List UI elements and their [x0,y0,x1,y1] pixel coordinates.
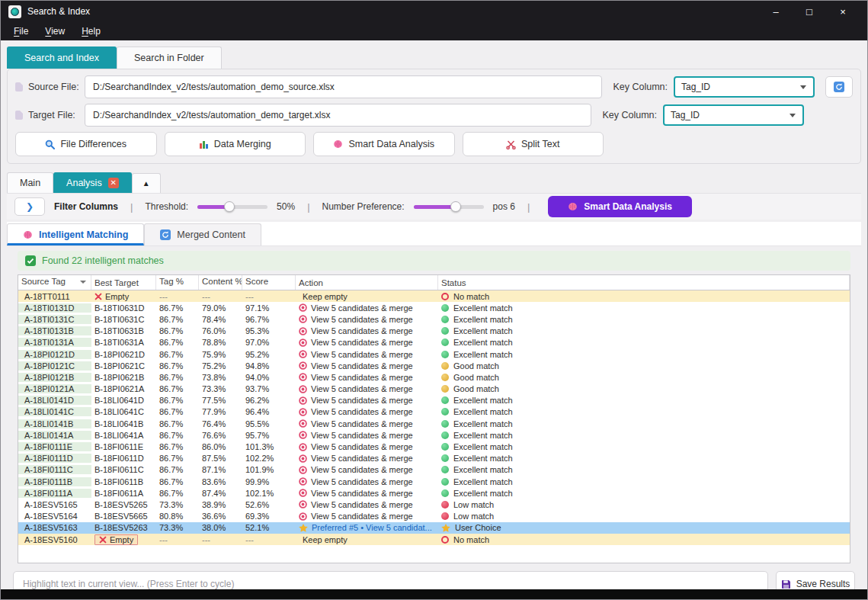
content-percent-cell: 87.1% [199,465,242,474]
tab-merged-content[interactable]: Merged Content [144,223,261,245]
number-preference-slider[interactable] [414,201,484,212]
close-button[interactable]: × [826,1,860,22]
action-cell[interactable]: View 5 candidates & merge [296,350,438,359]
maximize-button[interactable]: □ [793,1,826,22]
action-cell[interactable]: View 5 candidates & merge [296,500,438,509]
action-cell[interactable]: View 5 candidates & merge [296,361,438,371]
action-cell[interactable]: View 5 candidates & merge [296,489,438,498]
column-header-content-[interactable]: Content % [199,275,242,290]
column-header-status[interactable]: Status [438,275,850,290]
table-row[interactable]: A-18TI0131C B-18TI0631C 86.7% 78.4% 96.7… [18,313,850,325]
action-cell[interactable]: View 5 candidates & merge [296,442,438,451]
table-row[interactable]: A-18LI0141C B-18LI0641C 86.7% 77.9% 96.4… [18,406,850,418]
column-header-source-tag[interactable]: Source Tag [18,275,91,290]
action-cell[interactable]: Keep empty [296,292,438,301]
tab-search-and-index[interactable]: Search and Index [7,47,117,69]
target-icon [299,500,307,509]
number-preference-label: Number Preference: [322,201,405,212]
status-dot-icon [441,385,449,393]
action-cell[interactable]: Keep empty [296,535,438,544]
action-cell[interactable]: View 5 candidates & merge [296,326,438,335]
sort-caret-icon[interactable] [80,281,86,284]
status-cell: Excellent match [438,465,850,474]
action-cell[interactable]: View 5 candidates & merge [296,512,438,521]
action-cell[interactable]: View 5 candidates & merge [296,384,438,393]
slider-thumb[interactable] [224,201,235,212]
action-cell[interactable]: View 5 candidates & merge [296,419,438,428]
source-key-column-select[interactable]: Tag_ID [674,76,815,98]
refresh-columns-button[interactable] [825,76,853,98]
target-icon [299,443,307,451]
action-cell[interactable]: View 5 candidates & merge [296,338,438,347]
target-file-input[interactable] [85,104,591,127]
target-key-column-select[interactable]: Tag_ID [663,104,804,126]
minimize-button[interactable]: – [759,1,793,22]
table-row[interactable]: A-18TT0111 Empty --- --- --- Keep empty [18,290,850,302]
smart-data-analysis-button[interactable]: Smart Data Analysis [313,132,455,156]
tab-search-in-folder[interactable]: Search in Folder [117,47,222,69]
table-row[interactable]: A-18FI0111A B-18FI0611A 86.7% 87.4% 102.… [18,487,850,499]
table-row[interactable]: A-18LI0141B B-18LI0641B 86.7% 76.4% 95.5… [18,418,850,429]
data-merging-button[interactable]: Data Merging [165,132,306,156]
target-icon [299,419,307,428]
smart-data-analysis-button[interactable]: Smart Data Analysis [548,196,692,217]
refresh-icon [834,82,844,92]
column-header-tag-[interactable]: Tag % [156,275,199,290]
target-file-label: Target File: [28,110,85,120]
table-row[interactable]: A-18TI0131A B-18TI0631A 86.7% 78.8% 97.0… [18,337,850,348]
table-row[interactable]: A-18FI0111B B-18FI0611B 86.7% 83.6% 99.9… [18,476,850,487]
menu-help[interactable]: Help [75,24,107,38]
file-differences-button[interactable]: File Differences [15,132,157,156]
table-row[interactable]: A-18PI0121A B-18PI0621A 86.7% 73.3% 93.7… [18,383,850,395]
close-tab-icon[interactable]: ✕ [108,178,119,188]
action-cell[interactable]: View 5 candidates & merge [296,315,438,324]
action-cell[interactable]: View 5 candidates & merge [296,303,438,313]
column-header-best-target[interactable]: Best Target [91,275,156,290]
tag-percent-cell: 86.7% [156,350,199,359]
source-tag-cell: A-18ESV5165 [18,500,91,509]
menu-view[interactable]: View [38,24,72,38]
table-row[interactable]: A-18PI0121D B-18PI0621D 86.7% 75.9% 95.2… [18,348,850,360]
table-row[interactable]: A-18TI0131D B-18TI0631D 86.7% 79.0% 97.1… [18,302,850,313]
collapse-panel-button[interactable]: ▲ [132,173,161,193]
table-row[interactable]: A-18PI0121C B-18PI0621C 86.7% 75.2% 94.8… [18,360,850,371]
column-header-action[interactable]: Action [296,275,438,290]
table-row[interactable]: A-18ESV5164 B-18ESV5665 80.8% 36.6% 69.3… [18,511,850,522]
table-row[interactable]: A-18ESV5160 Empty --- --- --- Keep empty [18,534,850,545]
tab-main[interactable]: Main [7,172,53,193]
source-file-input[interactable] [85,75,602,98]
menu-file[interactable]: File [7,24,35,38]
target-icon [299,339,307,347]
tab-intelligent-matching[interactable]: Intelligent Matching [7,223,144,245]
table-row[interactable]: A-18LI0141D B-18LI0641D 86.7% 77.5% 96.2… [18,395,850,406]
action-cell[interactable]: View 5 candidates & merge [296,431,438,440]
action-cell[interactable]: View 5 candidates & merge [296,407,438,416]
table-row[interactable]: A-18FI0111E B-18FI0611E 86.7% 86.0% 101.… [18,441,850,452]
split-text-button[interactable]: Split Text [463,132,604,156]
action-cell[interactable]: Preferred #5 • View 5 candidat... [296,523,438,532]
table-row[interactable]: A-18FI0111C B-18FI0611C 86.7% 87.1% 101.… [18,464,850,476]
action-cell[interactable]: View 5 candidates & merge [296,396,438,405]
table-row[interactable]: A-18ESV5163 B-18ESV5263 73.3% 38.0% 52.1… [18,522,850,534]
source-tag-cell: A-18FI0111C [18,465,91,474]
expand-filters-button[interactable]: ❯ [14,197,45,216]
table-row[interactable]: A-18ESV5165 B-18ESV5265 73.3% 38.9% 52.6… [18,499,850,510]
score-cell: 102.2% [242,454,296,463]
status-cell: No match [438,535,850,544]
table-row[interactable]: A-18LI0141A B-18LI0641A 86.7% 76.6% 95.7… [18,429,850,441]
table-row[interactable]: A-18TI0131B B-18TI0631B 86.7% 76.0% 95.3… [18,326,850,337]
action-cell[interactable]: View 5 candidates & merge [296,373,438,382]
threshold-slider[interactable] [197,201,267,212]
slider-thumb[interactable] [450,201,461,212]
source-tag-cell: A-18TT0111 [18,292,91,301]
action-cell[interactable]: View 5 candidates & merge [296,465,438,474]
tab-analysis[interactable]: Analysis ✕ [53,172,132,193]
table-row[interactable]: A-18PI0121B B-18PI0621B 86.7% 73.8% 94.0… [18,371,850,383]
tag-percent-cell: 86.7% [156,338,199,347]
action-cell[interactable]: View 5 candidates & merge [296,477,438,486]
filter-columns-label[interactable]: Filter Columns [54,201,118,212]
action-cell[interactable]: View 5 candidates & merge [296,454,438,463]
table-row[interactable]: A-18FI0111D B-18FI0611D 86.7% 87.5% 102.… [18,453,850,464]
refresh-icon [160,229,171,240]
column-header-score[interactable]: Score [242,275,296,290]
